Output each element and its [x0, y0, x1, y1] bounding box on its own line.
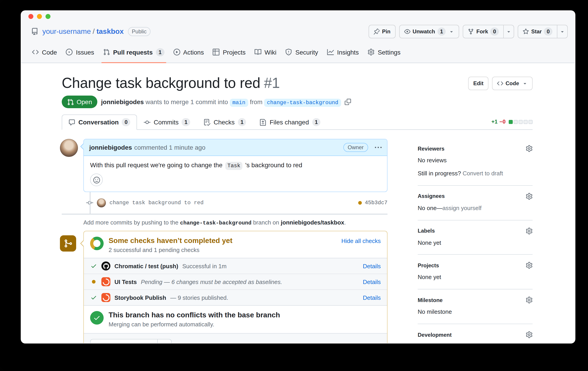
nav-label: Issues — [76, 48, 94, 56]
nav-item-pull-requests[interactable]: Pull requests 1 — [99, 42, 169, 63]
avatar[interactable] — [60, 139, 78, 157]
tab-conversation[interactable]: Conversation 0 — [62, 115, 137, 130]
watch-label: Unwatch — [412, 28, 435, 35]
deletions-count: −0 — [499, 118, 505, 125]
details-link[interactable]: Details — [363, 294, 381, 301]
merge-pull-request-button[interactable] — [90, 339, 158, 343]
window-titlebar[interactable] — [21, 11, 575, 22]
gear-icon[interactable] — [526, 331, 533, 338]
section-title: Assignees — [418, 193, 445, 199]
nav-item-security[interactable]: Security — [281, 42, 323, 63]
commit-sha-link[interactable]: 45b3dc7 — [365, 200, 388, 206]
star-dropdown-button[interactable] — [557, 25, 568, 38]
github-actions-icon — [101, 261, 110, 270]
check-circle-icon — [90, 311, 104, 325]
section-title: Development — [418, 332, 452, 338]
repo-icon — [31, 28, 38, 35]
edit-label: Edit — [473, 80, 483, 86]
details-link[interactable]: Details — [363, 263, 381, 269]
base-branch-label[interactable]: main — [230, 98, 248, 107]
edit-button[interactable]: Edit — [468, 77, 488, 90]
pr-tabs: Conversation 0 Commits 1 Checks 1 — [62, 115, 533, 130]
tab-count: 1 — [312, 118, 320, 126]
convert-to-draft-link[interactable]: Convert to draft — [462, 170, 503, 177]
fork-dropdown-button[interactable] — [503, 25, 514, 38]
comment-icon — [68, 119, 75, 126]
window-close-button[interactable] — [28, 14, 33, 19]
breadcrumb: your-username/taskbox — [42, 28, 124, 36]
nav-item-settings[interactable]: Settings — [363, 42, 405, 63]
nav-item-insights[interactable]: Insights — [323, 42, 363, 63]
nav-item-code[interactable]: Code — [28, 42, 62, 63]
inline-code: Task — [225, 162, 243, 170]
copy-icon[interactable] — [345, 99, 351, 105]
code-icon — [32, 49, 39, 55]
pr-author-link[interactable]: jonniebigodes — [101, 98, 144, 105]
nav-item-actions[interactable]: Actions — [169, 42, 208, 63]
commit-message-link[interactable]: change task background to red — [109, 200, 204, 206]
fork-split-button: Fork 0 — [463, 25, 514, 38]
git-merge-icon — [60, 235, 76, 252]
push-note-text: branch on — [253, 219, 279, 226]
head-branch-label[interactable]: change-task-background — [264, 98, 341, 107]
book-icon — [255, 49, 261, 55]
nav-item-projects[interactable]: Projects — [208, 42, 250, 63]
gear-icon[interactable] — [526, 227, 533, 234]
pull-request-icon — [103, 49, 110, 55]
pr-state-badge: Open — [62, 95, 97, 108]
comment-author-link[interactable]: jonniebigodes — [89, 144, 132, 151]
pending-status-dot[interactable] — [358, 201, 362, 205]
gear-icon[interactable] — [526, 145, 533, 152]
comment-body: With this pull request we're going to ch… — [84, 156, 387, 191]
branch-name: change-task-background — [180, 220, 252, 226]
window-minimize-button[interactable] — [37, 14, 42, 19]
tab-checks[interactable]: Checks 1 — [197, 115, 253, 130]
smiley-icon — [93, 177, 100, 183]
pr-comment: jonniebigodes commented 1 minute ago Own… — [83, 139, 388, 192]
repo-owner-link[interactable]: your-username — [42, 28, 91, 35]
pr-sidebar: Reviewers No reviews Still in progress? … — [418, 139, 533, 343]
pin-button[interactable]: Pin — [368, 25, 395, 38]
progress-question: Still in progress? — [418, 170, 461, 177]
comment-timestamp: commented 1 minute ago — [134, 144, 205, 151]
kebab-menu-icon[interactable] — [375, 144, 382, 151]
nav-count: 1 — [156, 48, 164, 56]
visibility-badge: Public — [128, 27, 150, 36]
gear-icon[interactable] — [526, 297, 533, 303]
tab-commits[interactable]: Commits 1 — [137, 115, 197, 130]
assign-yourself-link[interactable]: assign yourself — [442, 204, 482, 211]
file-diff-icon — [260, 119, 266, 126]
merge-section: Some checks haven’t completed yet 2 succ… — [83, 231, 388, 343]
pr-meta: Open jonniebigodes wants to merge 1 comm… — [62, 95, 533, 108]
section-title: Labels — [418, 228, 435, 234]
star-button[interactable]: Star 0 — [518, 25, 557, 38]
add-reaction-button[interactable] — [90, 174, 103, 186]
owner-badge: Owner — [343, 143, 368, 152]
checklist-icon — [204, 119, 210, 126]
window-zoom-button[interactable] — [45, 14, 51, 19]
repo-name-link[interactable]: taskbox — [96, 28, 124, 35]
gear-icon[interactable] — [526, 262, 533, 269]
code-dropdown-button[interactable]: Code — [492, 77, 533, 90]
code-icon — [497, 80, 503, 86]
fork-button[interactable]: Fork 0 — [463, 25, 503, 38]
checks-status-donut — [90, 237, 104, 250]
details-link[interactable]: Details — [363, 278, 381, 285]
nav-item-wiki[interactable]: Wiki — [250, 42, 281, 63]
check-status: Pending — 6 changes must be accepted as … — [141, 278, 282, 285]
play-icon — [173, 49, 180, 55]
star-label: Star — [531, 28, 542, 35]
tab-label: Commits — [154, 118, 178, 126]
labels-empty: None yet — [418, 239, 533, 247]
milestone-empty: No milestone — [418, 308, 533, 317]
gear-icon[interactable] — [526, 193, 533, 200]
sidebar-section-reviewers: Reviewers No reviews Still in progress? … — [418, 139, 533, 186]
nav-item-issues[interactable]: Issues — [62, 42, 99, 63]
avatar[interactable] — [97, 198, 106, 207]
hide-all-checks-link[interactable]: Hide all checks — [341, 236, 381, 244]
tab-files-changed[interactable]: Files changed 1 — [253, 115, 327, 130]
watch-button[interactable]: Unwatch 1 — [399, 25, 459, 38]
merge-options-button[interactable] — [158, 339, 172, 343]
section-title: Reviewers — [418, 145, 444, 152]
comment-header: jonniebigodes commented 1 minute ago Own… — [84, 139, 387, 156]
